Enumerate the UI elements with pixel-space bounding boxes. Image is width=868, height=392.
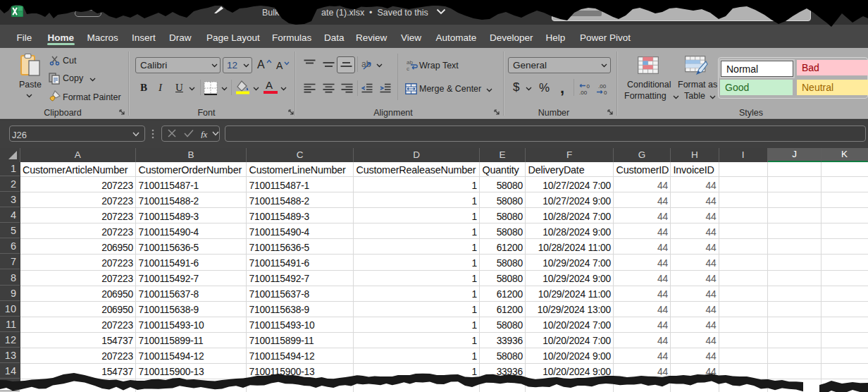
svg-text:.00: .00	[598, 83, 607, 90]
svg-text:0: 0	[587, 83, 590, 90]
svg-text:0: 0	[604, 90, 607, 95]
svg-text:.00: .00	[579, 90, 588, 95]
svg-text:c: c	[407, 66, 409, 71]
svg-text:fx: fx	[201, 129, 208, 138]
